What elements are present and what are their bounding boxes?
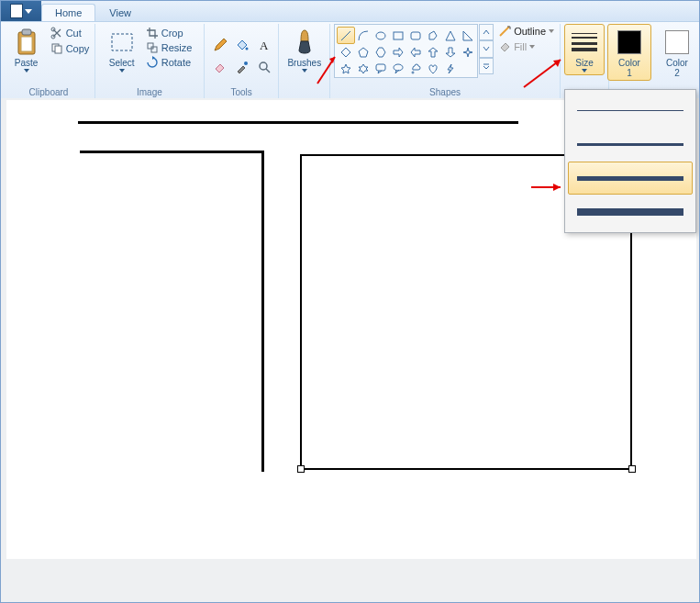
- shape-polygon[interactable]: [424, 27, 442, 44]
- chevron-down-icon: [25, 9, 32, 14]
- group-tools: A Tools: [205, 24, 280, 99]
- tab-home[interactable]: Home: [41, 4, 95, 21]
- svg-point-20: [412, 72, 414, 73]
- svg-rect-17: [411, 32, 420, 39]
- svg-point-13: [260, 62, 267, 70]
- shape-line[interactable]: [337, 27, 355, 44]
- size-option-1px[interactable]: [568, 94, 693, 127]
- shapes-expand[interactable]: [479, 58, 494, 74]
- select-label: Select: [109, 58, 135, 68]
- shape-six-star[interactable]: [354, 60, 372, 77]
- chevron-down-icon: [529, 45, 535, 49]
- crop-button[interactable]: Crop: [144, 26, 197, 40]
- selection-handle[interactable]: [628, 465, 636, 473]
- group-label-brushes: [283, 86, 326, 99]
- size-label: Size: [575, 58, 593, 68]
- resize-label: Resize: [161, 42, 193, 53]
- text-tool[interactable]: A: [253, 34, 275, 56]
- shape-heart[interactable]: [424, 60, 442, 77]
- color1-label: Color 1: [618, 58, 640, 78]
- tab-view[interactable]: View: [95, 4, 145, 21]
- shape-hexagon[interactable]: [372, 43, 390, 61]
- shape-down-arrow[interactable]: [441, 43, 460, 61]
- resize-button[interactable]: Resize: [144, 40, 197, 55]
- paint-window: Home View Paste Cut: [0, 0, 700, 603]
- group-label-clipboard: Clipboard: [6, 86, 91, 99]
- fill-tool[interactable]: [231, 34, 253, 56]
- pencil-tool[interactable]: [209, 34, 231, 56]
- shape-right-triangle[interactable]: [459, 27, 477, 44]
- fill-icon: [498, 40, 511, 53]
- chevron-down-icon: [24, 69, 29, 73]
- shape-lightning[interactable]: [441, 60, 460, 77]
- drawn-line: [300, 154, 302, 470]
- tools-grid: A: [209, 34, 273, 76]
- shape-right-arrow[interactable]: [389, 43, 407, 61]
- shape-curve[interactable]: [354, 27, 372, 44]
- shapes-scroll-down[interactable]: [479, 40, 494, 57]
- shape-oval[interactable]: [372, 27, 390, 44]
- size-icon: [571, 27, 598, 58]
- shape-callout-rounded[interactable]: [372, 60, 390, 77]
- eraser-tool[interactable]: [209, 56, 231, 78]
- copy-button[interactable]: Copy: [49, 41, 92, 56]
- copy-icon: [50, 42, 63, 55]
- group-label-image: Image: [99, 86, 200, 99]
- fill-button[interactable]: Fill: [496, 39, 556, 54]
- group-clipboard: Paste Cut Copy Clipboard: [3, 24, 95, 99]
- shape-rounded-rectangle[interactable]: [406, 27, 425, 44]
- svg-rect-18: [376, 64, 385, 71]
- svg-point-15: [376, 32, 385, 39]
- color2-swatch: [663, 27, 691, 58]
- svg-rect-16: [394, 32, 403, 39]
- chevron-down-icon: [302, 69, 307, 73]
- rotate-label: Rotate: [161, 57, 191, 68]
- color2-button[interactable]: Color 2: [655, 24, 699, 81]
- cut-label: Cut: [66, 28, 82, 39]
- svg-rect-6: [55, 46, 61, 53]
- svg-rect-7: [112, 34, 132, 50]
- size-option-8px[interactable]: [568, 195, 693, 229]
- svg-rect-1: [22, 29, 31, 35]
- outline-button[interactable]: Outline: [496, 24, 556, 39]
- annotation-arrow: [520, 54, 566, 91]
- size-dropdown: [564, 89, 696, 233]
- shape-pentagon[interactable]: [354, 43, 372, 61]
- svg-rect-9: [151, 47, 157, 52]
- group-colors: Color 1 Color 2: [609, 24, 697, 99]
- chevron-down-icon: [582, 69, 587, 73]
- chevron-down-icon: [119, 69, 125, 73]
- rotate-icon: [146, 56, 159, 69]
- size-option-5px[interactable]: [568, 162, 693, 195]
- shape-callout-oval[interactable]: [389, 60, 407, 77]
- shape-triangle[interactable]: [441, 27, 460, 44]
- shape-callout-cloud[interactable]: [406, 60, 425, 77]
- shapes-scroll-up[interactable]: [479, 24, 494, 40]
- select-button[interactable]: Select: [102, 24, 142, 75]
- group-image: Select Crop Resize Rotate: [95, 24, 205, 99]
- svg-point-19: [394, 64, 403, 71]
- app-menu-button[interactable]: [1, 1, 41, 21]
- svg-text:A: A: [260, 39, 269, 52]
- color1-button[interactable]: Color 1: [607, 24, 651, 81]
- paste-button[interactable]: Paste: [6, 24, 47, 75]
- color-picker-tool[interactable]: [231, 56, 253, 78]
- shape-left-arrow[interactable]: [406, 43, 425, 61]
- select-icon: [108, 27, 136, 58]
- magnifier-tool[interactable]: [253, 56, 275, 78]
- shape-four-star[interactable]: [459, 43, 477, 61]
- shape-rectangle[interactable]: [389, 27, 407, 44]
- clipboard-icon: [13, 27, 40, 58]
- size-option-3px[interactable]: [568, 128, 693, 161]
- rotate-button[interactable]: Rotate: [144, 55, 197, 70]
- selection-handle[interactable]: [297, 465, 305, 473]
- svg-rect-8: [148, 43, 153, 49]
- document-icon: [10, 4, 23, 18]
- size-button[interactable]: Size: [564, 24, 605, 75]
- cut-button[interactable]: Cut: [49, 26, 92, 40]
- svg-point-10: [246, 48, 249, 50]
- scissors-icon: [50, 27, 63, 39]
- drawn-line: [78, 121, 518, 124]
- shape-up-arrow[interactable]: [424, 43, 442, 61]
- shapes-gallery[interactable]: [334, 24, 478, 78]
